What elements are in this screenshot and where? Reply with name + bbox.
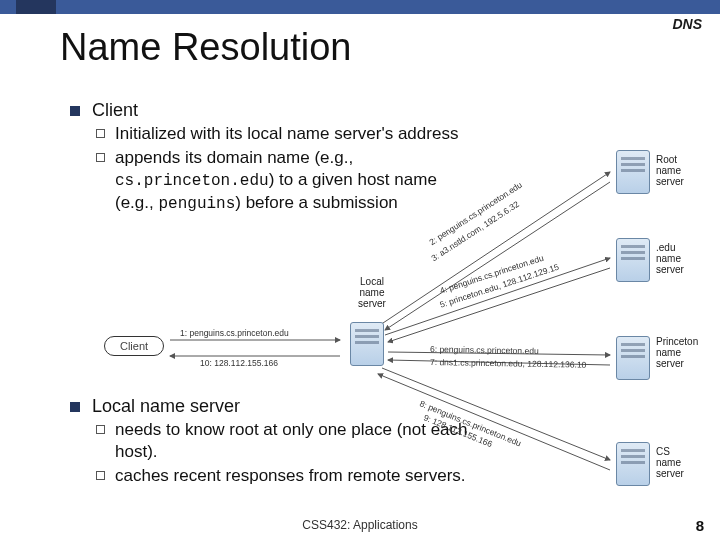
princeton-server-label: Princetonnameserver: [656, 336, 710, 369]
page-number: 8: [696, 517, 704, 534]
slide-footer: CSS432: Applications: [0, 518, 720, 532]
slide-top-bar: [0, 0, 720, 14]
diagram-arrows: [60, 130, 690, 510]
msg-10: 10: 128.112.155.166: [200, 358, 278, 368]
svg-line-8: [382, 368, 610, 460]
bullet-icon: [70, 106, 80, 116]
cs-server-icon: [616, 442, 652, 490]
msg-1: 1: penguins.cs.princeton.edu: [180, 328, 289, 338]
edu-server-icon: [616, 238, 652, 286]
edu-server-label: .edunameserver: [656, 242, 696, 275]
slide-title: Name Resolution: [60, 26, 351, 69]
root-server-icon: [616, 150, 652, 198]
slide-top-accent: [16, 0, 56, 14]
local-name-server-label: Localnameserver: [350, 276, 394, 309]
cs-server-label: CSnameserver: [656, 446, 696, 479]
dns-resolution-diagram: Localnameserver Client Rootnameserver .e…: [60, 130, 690, 510]
client-node: Client: [104, 336, 164, 356]
header-topic: DNS: [672, 16, 702, 32]
princeton-server-icon: [616, 336, 652, 384]
root-server-label: Rootnameserver: [656, 154, 696, 187]
msg-6: 6: penguins.cs.princeton.edu: [430, 344, 539, 356]
bullet-client-label: Client: [92, 100, 138, 121]
svg-line-9: [378, 374, 610, 470]
local-name-server-icon: [350, 322, 386, 370]
svg-line-5: [388, 268, 610, 342]
